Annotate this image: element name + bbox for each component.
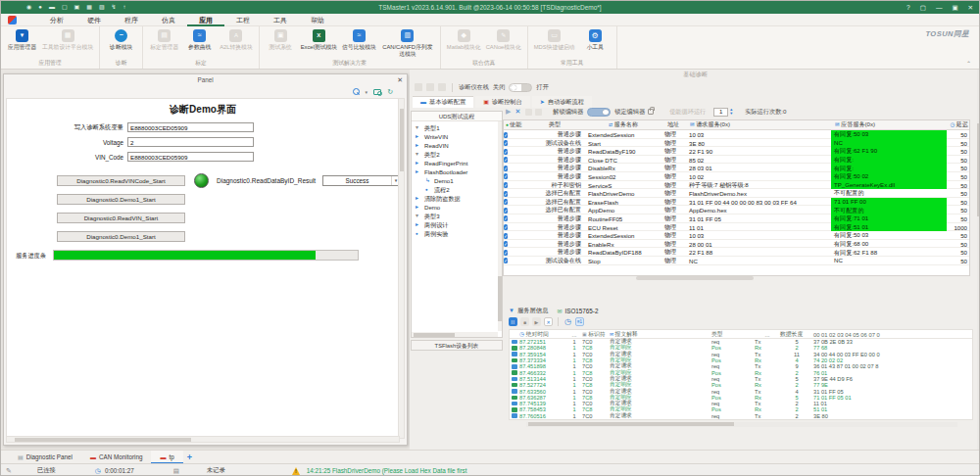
document-tab[interactable]: tp <box>151 451 182 464</box>
diagnostic-start-button[interactable]: Diagnostic0.Demo1_Start <box>57 231 185 242</box>
clear-log-icon[interactable] <box>544 317 553 326</box>
col-response[interactable]: 应答服务(0x) <box>831 120 947 129</box>
tree-item[interactable]: WriteVIN <box>412 132 502 141</box>
toolbar-icon[interactable] <box>438 83 446 91</box>
step-row[interactable]: 普通步骤 ReadDataByIDF188 物理 22 F1 88 有回复:62… <box>504 248 969 257</box>
ribbon-item[interactable]: Matlab模块化 <box>446 28 482 52</box>
log-row[interactable]: 87.758453 1 7C8 肯定响应 Pos Rx 2 51 01 <box>510 406 972 412</box>
step-row[interactable]: 测试设备在线 Stop 物理 NC NC 50 <box>504 257 969 265</box>
log-row[interactable]: 87.373334 1 7C8 肯定响应 Pos Rx 4 74 20 02 0… <box>510 357 972 363</box>
col-delay[interactable]: 延迟 <box>947 120 970 129</box>
menu-tab[interactable]: 仿真 <box>150 14 187 26</box>
step-row[interactable]: 选择已有配置 FlashDriverDemo 物理 FlashDriverDem… <box>504 189 969 198</box>
ribbon-item[interactable]: 测试系统 <box>265 28 297 58</box>
step-row[interactable]: 普通步骤 ExtendedSession 物理 10 03 有回复:50 03 … <box>504 130 969 139</box>
merge-frames-icon[interactable] <box>575 317 584 326</box>
col-name[interactable]: 服务名称 <box>586 120 661 129</box>
tree-item[interactable]: 两例设计 <box>412 220 502 229</box>
step-row[interactable]: 普通步骤 DisableRx 物理 28 03 01 有回复: 50 <box>504 164 969 172</box>
col-abs-time[interactable]: 绝对时间 <box>519 330 566 339</box>
ribbon-item[interactable]: 应用管理器 <box>6 28 38 52</box>
ribbon-item[interactable]: 标定管理器 <box>148 28 180 52</box>
restore-icon[interactable] <box>952 4 957 12</box>
col-direction[interactable]: ... <box>755 332 780 338</box>
tree-item[interactable]: FlashBootloader <box>412 167 502 176</box>
step-row[interactable]: 普通步骤 ReadDataByF190 物理 22 F1 90 有回复:62 F… <box>504 147 969 156</box>
save-all-icon[interactable] <box>99 1 105 14</box>
ribbon-item[interactable]: 小工具 <box>579 28 612 52</box>
step-row[interactable]: 选择已有配置 EraseFlash 物理 31 01 FF 00 44 00 0… <box>504 198 969 207</box>
tree-vertical-scrollbar[interactable] <box>498 121 502 331</box>
col-data-length[interactable]: 数据长度 <box>780 330 813 339</box>
upload-icon[interactable] <box>123 1 126 14</box>
status-message[interactable]: 14:21:25 FlashDriverDemo (Please Load He… <box>307 467 467 474</box>
field-input[interactable]: E8880003CED05909 <box>127 122 254 132</box>
menu-tab[interactable]: 应用 <box>187 14 224 26</box>
col-type[interactable]: 类型 <box>523 120 586 129</box>
ribbon-item[interactable]: 工具箱设计平台模块 <box>41 28 94 52</box>
ribbon-item[interactable]: CAN/CANFD序列发送模块 <box>380 28 435 58</box>
result-dropdown[interactable]: Success <box>322 175 401 186</box>
step-row[interactable]: 普通步骤 EnableRx 物理 28 00 01 有回复:68 00 50 <box>504 240 969 249</box>
step-row[interactable]: 测试设备在线 Start 物理 3E 80 NC 50 <box>504 139 969 148</box>
tree-item[interactable]: 清除防盗数据 <box>412 194 502 203</box>
power-icon[interactable] <box>26 1 31 14</box>
tree-item[interactable]: ReadVIN <box>412 141 502 150</box>
log-row[interactable]: 87.280848 1 7C8 肯定响应 Pos Rx 2 77 68 <box>510 345 972 351</box>
menu-tab[interactable]: 工程 <box>224 14 262 26</box>
run-icon[interactable] <box>506 108 511 116</box>
log-row[interactable]: 87.466332 1 7C8 肯定响应 Pos Rx 2 76 01 <box>510 369 972 375</box>
log-row[interactable]: 87.633560 1 7C0 肯定请求 req Tx 4 31 01 FF 0… <box>510 388 972 394</box>
tree-item[interactable]: 类型1 <box>412 123 502 132</box>
tree-item[interactable]: 类型2 <box>412 150 502 159</box>
enable-checkbox[interactable] <box>504 258 508 263</box>
zoom-icon[interactable] <box>353 88 360 95</box>
tree-item[interactable]: 类型3 <box>412 212 502 220</box>
menu-tab[interactable]: 工具 <box>262 14 299 26</box>
diagnostic-start-button[interactable]: Diagnostic0.ReadVIN_Start <box>57 213 185 223</box>
minimize-icon[interactable] <box>936 4 943 11</box>
enable-checkbox[interactable] <box>504 149 508 155</box>
col-enable[interactable]: 使能 <box>504 120 523 129</box>
enable-checkbox[interactable] <box>504 182 508 188</box>
step-row[interactable]: 普通步骤 Close DTC 物理 85 02 有回复: 50 <box>504 156 969 165</box>
step-row[interactable]: 种子和密钥 ServiceS 物理 种子等级:7 秘钥等级:8 TP_Gener… <box>504 181 969 190</box>
step-row[interactable]: 选择已有配置 AppDemo 物理 AppDemo.hex 不可配置的 50 <box>504 206 969 214</box>
log-row[interactable]: 87.745139 1 7C0 肯定请求 req Tx 2 11 01 <box>510 401 972 406</box>
document-tab[interactable]: Diagnostic Panel <box>9 451 81 464</box>
enable-checkbox[interactable] <box>504 157 508 163</box>
menu-tab[interactable]: 程序 <box>113 14 150 26</box>
stop-log-icon[interactable] <box>520 317 529 326</box>
log-row[interactable]: 87.359154 1 7C0 肯定请求 req Tx 11 34 00 44 … <box>510 352 972 357</box>
panel-horizontal-scrollbar[interactable] <box>6 436 400 443</box>
col-count[interactable]: ... <box>566 332 582 338</box>
log-row[interactable]: 87.636287 1 7C8 肯定响应 Pos Rx 5 71 01 FF 0… <box>510 395 972 401</box>
close-icon[interactable] <box>968 4 973 12</box>
ribbon-item[interactable]: 参数曲线 <box>183 28 216 52</box>
record-icon[interactable] <box>38 1 42 14</box>
diagnostics-tab[interactable]: 基本诊断配置 <box>413 96 473 108</box>
step-row[interactable]: 普通步骤 ExtendedSession 物理 10 03 有回复:50 03 … <box>504 231 969 240</box>
layout-icon[interactable] <box>74 1 80 14</box>
clear-icon[interactable] <box>514 108 520 116</box>
enable-checkbox[interactable] <box>504 140 508 146</box>
menu-tab[interactable]: 分析 <box>38 14 75 26</box>
diagnostic-start-button[interactable]: Diagnostic0.ReadVINCode_Start <box>57 175 185 186</box>
ribbon-item[interactable]: CANoe模块化 <box>485 28 522 52</box>
step-row[interactable]: 普通步骤 Session02 物理 10 02 有回复:50 02 50 <box>504 172 969 181</box>
splitter-handle[interactable] <box>636 276 754 280</box>
col-addr[interactable]: 地址 <box>661 120 686 129</box>
step-row[interactable]: 普通步骤 ECU Reset 物理 11 01 有回复:51 01 1000 <box>504 223 969 232</box>
toolbar-icon[interactable] <box>426 83 434 91</box>
stepper-arrows-icon[interactable]: ▲▼ <box>729 108 733 116</box>
flash-icon[interactable] <box>112 1 117 14</box>
add-tab-icon[interactable] <box>187 452 192 462</box>
snapshot-icon[interactable] <box>373 89 381 95</box>
step-row[interactable]: 普通步骤 RoutineFF05 物理 31 01 FF 05 有回复:71 0… <box>504 214 969 223</box>
enable-checkbox[interactable] <box>504 191 508 197</box>
enable-checkbox[interactable] <box>504 173 508 179</box>
tsflash-device-list-tab[interactable]: TSFlash设备列表 <box>411 340 503 351</box>
loop-count-stepper[interactable]: 1 <box>713 108 728 117</box>
enable-checkbox[interactable] <box>504 250 508 256</box>
ribbon-item[interactable]: Excel测试模块 <box>300 28 338 58</box>
